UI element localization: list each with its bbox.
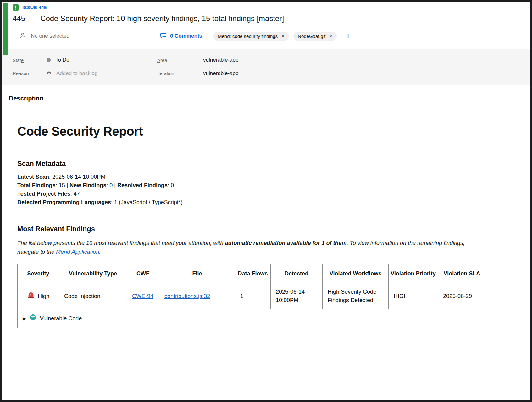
work-item-id: 445 <box>13 14 25 23</box>
siren-icon <box>27 291 35 302</box>
col-header-vulnerability-type: Vulnerability Type <box>59 264 127 283</box>
description-body: Code Security Report Scan Metadata Lates… <box>2 124 487 328</box>
vulnerable-code-label: Vulnerable Code <box>40 314 82 323</box>
description-section: Description Code Security Report Scan Me… <box>2 85 530 328</box>
data-flows-cell: 1 <box>235 283 271 309</box>
findings-intro-text: The list below presents the 10 most rele… <box>17 239 486 256</box>
meta-row: No one selected 0 Comments Mend: code se… <box>13 30 530 42</box>
mend-application-link[interactable]: Mend Application <box>56 249 99 255</box>
tag-label: NodeGoat.git <box>298 34 325 39</box>
issue-type-stripe <box>3 3 8 55</box>
findings-table: Severity Vulnerability Type CWE File Dat… <box>17 264 486 328</box>
work-item-window: ISSUE 445 445 Code Security Report: 10 h… <box>0 0 532 402</box>
tag-remove-icon[interactable]: ✕ <box>281 34 285 38</box>
scan-metadata-heading: Scan Metadata <box>17 160 487 168</box>
area-field-label: Area <box>157 57 203 63</box>
col-header-detected: Detected <box>271 264 323 283</box>
reason-field-value: Added to backlog <box>47 70 157 77</box>
expander-row: ▶ Vulnerable Code <box>18 309 486 328</box>
col-header-data-flows: Data Flows <box>235 264 271 283</box>
person-icon <box>19 32 26 41</box>
add-tag-button[interactable]: + <box>344 32 352 41</box>
tag-remove-icon[interactable]: ✕ <box>329 34 332 38</box>
vulnerability-type-cell: Code Injection <box>59 283 127 309</box>
lock-icon <box>47 70 52 77</box>
cwe-cell: CWE-94 <box>127 283 159 309</box>
area-field-value[interactable]: vulnerable-app <box>203 57 530 63</box>
chevron-right-icon: ▶ <box>23 314 26 323</box>
state-dot-icon <box>47 58 51 62</box>
col-header-violation-priority: Violation Priority <box>389 264 438 283</box>
most-relevant-findings-heading: Most Relevant Findings <box>17 225 487 233</box>
cwe-link[interactable]: CWE-94 <box>132 293 153 299</box>
violation-priority-cell: HIGH <box>389 283 438 309</box>
file-cell: contributions.js:32 <box>159 283 235 309</box>
vulnerable-code-icon <box>30 314 36 323</box>
severity-cell: High <box>18 283 59 309</box>
col-header-violated-workflows: Violated Workflows <box>323 264 389 283</box>
fields-strip: State To Do Area vulnerable-app Reason A… <box>2 49 530 85</box>
issue-type-icon <box>13 4 19 11</box>
file-link[interactable]: contributions.js:32 <box>164 293 210 299</box>
tag-list: Mend: code security findings ✕ NodeGoat.… <box>213 32 352 41</box>
vulnerable-code-expander-cell: ▶ Vulnerable Code <box>18 309 486 328</box>
tag-pill[interactable]: NodeGoat.git ✕ <box>293 32 337 41</box>
comments-button[interactable]: 0 Comments <box>160 32 202 41</box>
assignee-picker[interactable]: No one selected <box>19 32 141 41</box>
reason-field-label: Reason <box>13 71 47 76</box>
violated-workflows-cell: High Severity Code Findings Detected <box>323 283 389 309</box>
comments-label: 0 Comments <box>170 33 202 39</box>
assignee-placeholder: No one selected <box>31 33 69 39</box>
divider <box>17 148 486 148</box>
iteration-field-value[interactable]: vulnerable-app <box>203 70 530 77</box>
table-header-row: Severity Vulnerability Type CWE File Dat… <box>18 264 486 283</box>
work-item-header: ISSUE 445 445 Code Security Report: 10 h… <box>2 2 530 42</box>
title-row: 445 Code Security Report: 10 high severi… <box>13 14 530 23</box>
scan-metadata-text: Latest Scan: 2025-06-14 10:00PM Total Fi… <box>17 173 486 207</box>
col-header-severity: Severity <box>18 264 59 283</box>
iteration-field-label: Iteration <box>157 71 203 76</box>
vulnerable-code-expander[interactable]: ▶ Vulnerable Code <box>23 314 481 323</box>
work-item-title[interactable]: Code Security Report: 10 high severity f… <box>40 14 284 23</box>
issue-type-label[interactable]: ISSUE 445 <box>22 5 47 10</box>
col-header-violation-sla: Violation SLA <box>438 264 486 283</box>
detected-cell: 2025-06-14 10:00PM <box>271 283 323 309</box>
violation-sla-cell: 2025-06-29 <box>438 283 486 309</box>
col-header-file: File <box>159 264 235 283</box>
col-header-cwe: CWE <box>127 264 159 283</box>
state-field-label: State <box>13 57 47 63</box>
comment-icon <box>160 32 167 41</box>
tag-pill[interactable]: Mend: code security findings ✕ <box>213 32 289 41</box>
report-title: Code Security Report <box>17 124 487 139</box>
state-field-value[interactable]: To Do <box>47 57 157 63</box>
work-item-type-row: ISSUE 445 <box>13 2 530 9</box>
tag-label: Mend: code security findings <box>218 34 278 39</box>
description-heading: Description <box>2 85 530 107</box>
table-row: High Code Injection CWE-94 contributions… <box>18 283 486 309</box>
